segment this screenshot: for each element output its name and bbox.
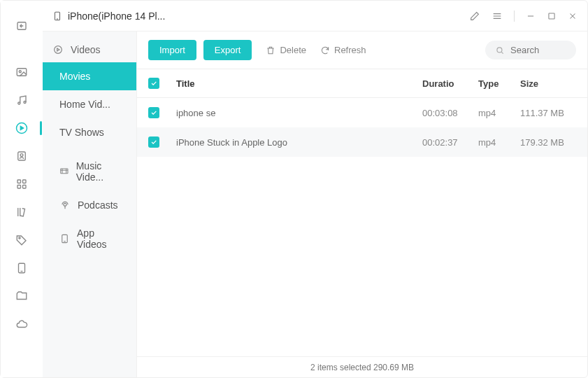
- cell-type: mp4: [478, 137, 520, 148]
- titlebar: iPhone(iPhone 14 Pl...: [43, 1, 587, 31]
- col-title[interactable]: Title: [176, 78, 422, 89]
- phone-icon: [52, 10, 62, 22]
- books-icon[interactable]: [9, 200, 34, 225]
- sidebar-head[interactable]: Videos: [43, 37, 136, 62]
- sidebar: Videos Movies Home Vid... TV Shows Music…: [43, 31, 137, 377]
- photos-icon[interactable]: [9, 59, 34, 85]
- sidebar-item-label: Podcasts: [78, 200, 118, 211]
- checkbox-checked-icon: [148, 78, 159, 89]
- sidebar-head-label: Videos: [71, 44, 101, 55]
- apps-icon[interactable]: [9, 172, 34, 197]
- delete-label: Delete: [280, 45, 306, 55]
- app-window: iPhone(iPhone 14 Pl... Videos Movies: [0, 0, 588, 378]
- cell-title: iPhone Stuck in Apple Logo: [176, 137, 422, 148]
- svg-point-2: [19, 71, 21, 73]
- menu-icon[interactable]: [492, 10, 503, 22]
- search-box[interactable]: [485, 41, 576, 59]
- refresh-icon: [320, 46, 330, 55]
- edit-icon[interactable]: [469, 10, 480, 22]
- svg-point-12: [19, 237, 20, 239]
- svg-point-20: [497, 47, 502, 52]
- device-label[interactable]: iPhone(iPhone 14 Pl...: [52, 10, 165, 22]
- nav-rail: [1, 1, 43, 377]
- toolbar: Import Export Delete Refresh: [137, 31, 587, 69]
- import-button[interactable]: Import: [148, 40, 196, 60]
- table-header: Title Duratio Type Size: [137, 69, 587, 98]
- svg-rect-10: [17, 186, 21, 189]
- svg-rect-15: [549, 13, 554, 18]
- svg-rect-8: [17, 180, 21, 183]
- refresh-label: Refresh: [334, 45, 366, 55]
- tags-icon[interactable]: [9, 227, 34, 253]
- col-type[interactable]: Type: [478, 78, 520, 89]
- sidebar-item-home-videos[interactable]: Home Vid...: [43, 90, 136, 118]
- status-text: 2 items selected 290.69 MB: [310, 363, 414, 372]
- sidebar-item-label: TV Shows: [59, 127, 104, 138]
- cell-duration: 00:03:08: [422, 108, 478, 118]
- delete-button[interactable]: Delete: [266, 45, 306, 55]
- close-icon[interactable]: [568, 11, 578, 21]
- status-bar: 2 items selected 290.69 MB: [137, 356, 587, 377]
- cell-title: iphone se: [176, 108, 422, 118]
- col-size[interactable]: Size: [520, 78, 576, 89]
- trash-icon: [266, 46, 275, 55]
- select-all[interactable]: [148, 78, 176, 89]
- svg-point-3: [18, 102, 20, 104]
- cell-size: 179.32 MB: [520, 137, 576, 148]
- files-icon[interactable]: [9, 284, 34, 309]
- content: Videos Movies Home Vid... TV Shows Music…: [43, 31, 587, 377]
- svg-point-4: [24, 102, 26, 104]
- cloud-icon[interactable]: [9, 312, 34, 337]
- device-name: iPhone(iPhone 14 Pl...: [68, 10, 165, 22]
- row-checkbox[interactable]: [148, 136, 176, 148]
- music-icon[interactable]: [9, 88, 34, 113]
- refresh-button[interactable]: Refresh: [320, 45, 366, 55]
- sidebar-item-label: Movies: [59, 71, 90, 82]
- music-video-icon: [59, 166, 69, 177]
- podcast-icon: [59, 200, 71, 211]
- row-checkbox[interactable]: [148, 107, 176, 118]
- sidebar-item-label: Home Vid...: [59, 99, 110, 110]
- cell-duration: 00:02:37: [422, 137, 478, 148]
- sidebar-item-label: App Videos: [77, 227, 124, 250]
- videos-icon[interactable]: [9, 115, 34, 141]
- sidebar-item-music-videos[interactable]: Music Vide...: [43, 152, 136, 191]
- sidebar-item-app-videos[interactable]: App Videos: [43, 219, 136, 258]
- back-icon[interactable]: [9, 13, 34, 38]
- separator: [514, 10, 515, 22]
- contacts-icon[interactable]: [9, 144, 34, 169]
- table: Title Duratio Type Size iphone se 00:03:…: [137, 69, 587, 356]
- app-video-icon: [59, 233, 70, 244]
- table-row[interactable]: iphone se 00:03:08 mp4 111.37 MB: [137, 98, 587, 127]
- table-row[interactable]: iPhone Stuck in Apple Logo 00:02:37 mp4 …: [137, 127, 587, 157]
- storage-icon[interactable]: [9, 255, 34, 281]
- svg-rect-17: [61, 169, 68, 174]
- svg-rect-9: [23, 180, 27, 183]
- cell-size: 111.37 MB: [520, 108, 576, 118]
- checkbox-checked-icon: [148, 136, 159, 148]
- sidebar-item-tv-shows[interactable]: TV Shows: [43, 118, 136, 146]
- maximize-icon[interactable]: [547, 11, 557, 21]
- main-area: iPhone(iPhone 14 Pl... Videos Movies: [43, 1, 587, 377]
- search-input[interactable]: [510, 45, 566, 55]
- checkbox-checked-icon: [148, 107, 159, 118]
- sidebar-item-label: Music Vide...: [76, 160, 124, 183]
- sidebar-item-podcasts[interactable]: Podcasts: [43, 191, 136, 219]
- window-controls: [469, 10, 578, 22]
- svg-point-16: [55, 46, 62, 54]
- svg-point-7: [20, 154, 23, 157]
- col-duration[interactable]: Duratio: [422, 78, 478, 89]
- sidebar-item-movies[interactable]: Movies: [43, 62, 136, 90]
- play-circle-icon: [52, 44, 64, 55]
- svg-rect-11: [23, 186, 27, 189]
- export-button[interactable]: Export: [203, 40, 252, 60]
- minimize-icon[interactable]: [526, 11, 536, 21]
- search-icon: [495, 46, 505, 55]
- cell-type: mp4: [478, 108, 520, 118]
- svg-point-18: [64, 203, 66, 206]
- body: Import Export Delete Refresh: [137, 31, 587, 377]
